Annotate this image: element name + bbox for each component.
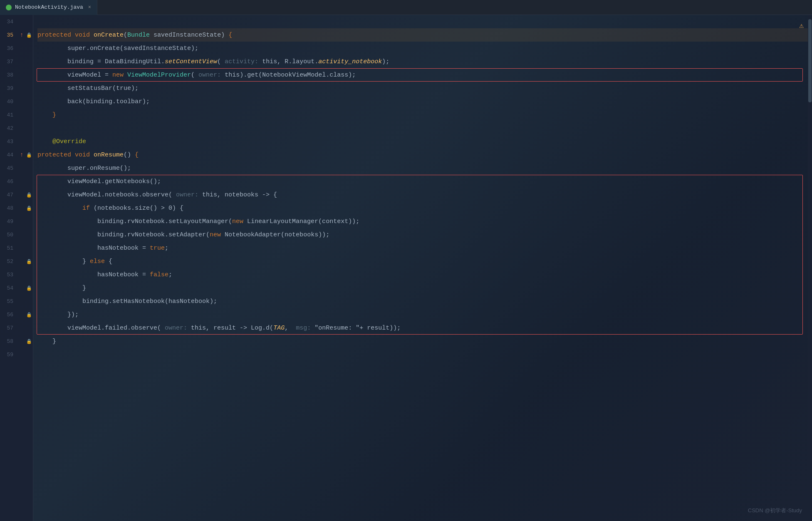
token-italic-method: setContentView xyxy=(165,58,217,65)
gutter-fold-icon[interactable]: 🔒 xyxy=(26,192,32,198)
code-line xyxy=(37,348,812,361)
token-plain: this, result -> Log.d( xyxy=(187,325,273,332)
line-number: 52 xyxy=(0,258,17,265)
token-plain: back(binding.toolbar); xyxy=(37,98,150,105)
token-plain: } xyxy=(37,258,90,265)
line-number: 48 xyxy=(0,205,17,211)
token-plain: binding.setHasNotebook(hasNotebook); xyxy=(37,298,217,305)
line-number: 35 xyxy=(0,32,17,38)
scrollbar-thumb[interactable] xyxy=(808,19,812,102)
gutter-row: 44↑🔒 xyxy=(0,148,33,161)
line-number: 50 xyxy=(0,232,17,238)
tab-notebookactivity[interactable]: NotebookActivity.java × xyxy=(0,0,97,15)
line-number: 43 xyxy=(0,139,17,145)
code-line: viewModel.notebooks.observe( owner: this… xyxy=(37,188,812,201)
token-plain: , xyxy=(285,325,288,332)
code-line: binding.setHasNotebook(hasNotebook); xyxy=(37,295,812,308)
token-plain: savedInstanceState) xyxy=(150,32,228,39)
token-plain: NotebookAdapter(notebooks)); xyxy=(221,231,329,238)
token-punc: { xyxy=(228,32,232,39)
gutter-row: 54🔒 xyxy=(0,281,33,295)
gutter-row: 34 xyxy=(0,15,33,28)
code-line: super.onResume(); xyxy=(37,161,812,175)
token-plain: () xyxy=(124,151,135,159)
gutter-row: 49 xyxy=(0,215,33,228)
tab-label: NotebookActivity.java xyxy=(15,4,83,10)
watermark: CSDN @初学者-Study xyxy=(748,507,802,514)
gutter-fold-icon[interactable]: 🔒 xyxy=(26,285,32,291)
token-plain: hasNotebook = xyxy=(37,245,150,252)
gutter-row: 53 xyxy=(0,268,33,281)
gutter-fold-icon[interactable]: 🔒 xyxy=(26,339,32,344)
token-plain: this, R.layout. xyxy=(258,58,318,65)
token-plain: { xyxy=(105,258,112,265)
line-number: 45 xyxy=(0,165,17,171)
gutter-fold-icon[interactable]: 🔒 xyxy=(26,206,32,211)
line-number: 44 xyxy=(0,152,17,158)
gutter-fold-icon[interactable]: 🔒 xyxy=(26,152,32,158)
token-punc: { xyxy=(135,151,139,159)
token-annot: @Override xyxy=(52,138,86,145)
token-kw: new xyxy=(232,218,243,225)
token-plain: super.onCreate(savedInstanceState); xyxy=(37,45,198,52)
code-line: }); xyxy=(37,308,812,321)
code-line: @Override xyxy=(37,135,812,148)
gutter-fold-icon[interactable]: 🔒 xyxy=(26,259,32,264)
tab-close-button[interactable]: × xyxy=(88,5,91,10)
code-line: hasNotebook = false; xyxy=(37,268,812,281)
line-number: 42 xyxy=(0,125,17,131)
line-number: 47 xyxy=(0,192,17,198)
gutter-fold-icon[interactable]: 🔒 xyxy=(26,312,32,318)
token-plain: ( xyxy=(124,32,127,39)
gutter-row: 51 xyxy=(0,241,33,255)
line-number: 38 xyxy=(0,72,17,78)
code-area: 3435↑🔒363738394041424344↑🔒454647🔒48🔒4950… xyxy=(0,15,812,521)
token-kw: void xyxy=(75,151,90,159)
token-plain: ( xyxy=(217,58,221,65)
line-number: 59 xyxy=(0,352,17,358)
gutter-row: 46 xyxy=(0,175,33,188)
gutter-row: 42 xyxy=(0,122,33,135)
line-number: 55 xyxy=(0,298,17,305)
gutter-step-icon: ↑ xyxy=(17,151,26,158)
gutter-fold-icon[interactable]: 🔒 xyxy=(26,32,32,38)
code-line: } else { xyxy=(37,255,812,268)
line-number: 39 xyxy=(0,85,17,92)
token-plain: ); xyxy=(382,58,389,65)
token-italic-method: activity_notebook xyxy=(318,58,382,65)
token-plain xyxy=(90,32,94,39)
code-line: protected void onCreate(Bundle savedInst… xyxy=(37,28,812,42)
token-plain: super.onResume(); xyxy=(37,165,131,172)
line-number: 37 xyxy=(0,59,17,65)
gutter-row: 55 xyxy=(0,295,33,308)
scrollbar[interactable] xyxy=(808,15,812,521)
line-gutter: 3435↑🔒363738394041424344↑🔒454647🔒48🔒4950… xyxy=(0,15,33,521)
token-kw: else xyxy=(90,258,105,265)
line-number: 49 xyxy=(0,218,17,225)
code-line xyxy=(37,15,812,28)
token-plain: this, notebooks -> { xyxy=(198,191,277,198)
code-line: if (notebooks.size() > 0) { xyxy=(37,201,812,215)
token-kw: protected xyxy=(37,32,71,39)
gutter-row: 43 xyxy=(0,135,33,148)
line-number: 40 xyxy=(0,99,17,105)
line-number: 56 xyxy=(0,312,17,318)
token-punc: } xyxy=(37,112,56,119)
line-number: 54 xyxy=(0,285,17,291)
token-plain: this).get(NotebookViewModel.class); xyxy=(221,72,356,79)
gutter-row: 45 xyxy=(0,161,33,175)
line-number: 58 xyxy=(0,338,17,345)
editor-container: NotebookActivity.java × ⚠ 3435↑🔒36373839… xyxy=(0,0,812,521)
gutter-row: 59 xyxy=(0,348,33,361)
token-plain: ( xyxy=(191,72,195,79)
code-line: } xyxy=(37,335,812,348)
gutter-row: 50 xyxy=(0,228,33,241)
code-line: setStatusBar(true); xyxy=(37,82,812,95)
gutter-row: 40 xyxy=(0,95,33,108)
token-plain: binding = DataBindingUtil. xyxy=(37,58,165,65)
gutter-row: 48🔒 xyxy=(0,201,33,215)
code-line: back(binding.toolbar); xyxy=(37,95,812,108)
token-plain: hasNotebook = xyxy=(37,271,150,278)
token-fn: onResume xyxy=(94,151,124,159)
code-line: hasNotebook = true; xyxy=(37,241,812,255)
